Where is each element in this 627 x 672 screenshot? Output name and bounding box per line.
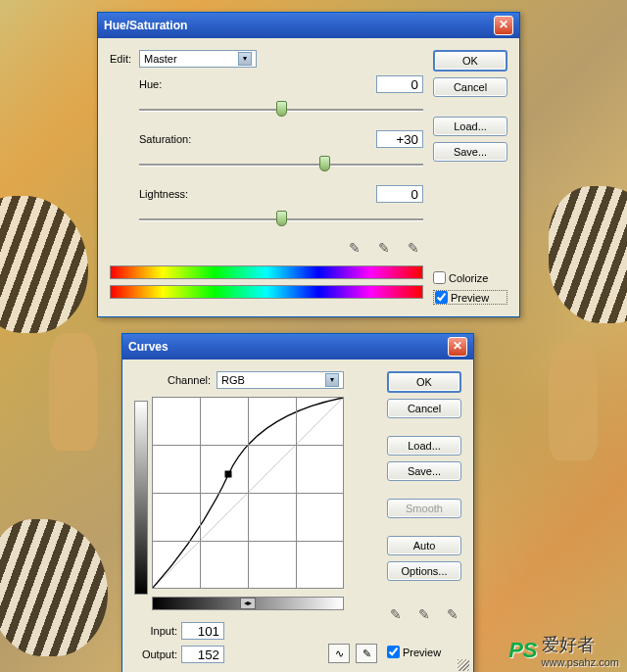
cancel-button[interactable]: Cancel — [387, 399, 461, 418]
hue-input[interactable] — [376, 75, 423, 93]
edit-label: Edit: — [110, 53, 139, 65]
eyedropper-icon[interactable]: ✎ — [345, 240, 364, 260]
spectrum-bottom — [110, 285, 423, 299]
curve-grid[interactable] — [152, 397, 344, 589]
lightness-label: Lightness: — [139, 188, 202, 200]
load-button[interactable]: Load... — [387, 436, 461, 456]
hue-slider[interactable] — [139, 101, 423, 119]
curves-dialog: Curves ✕ Channel: RGB ▾ — [121, 333, 474, 672]
curves-titlebar[interactable]: Curves ✕ — [122, 334, 473, 360]
saturation-slider-thumb[interactable] — [319, 156, 330, 171]
colorize-label: Colorize — [449, 272, 488, 284]
output-field[interactable] — [181, 646, 224, 663]
hue-sat-titlebar[interactable]: Hue/Saturation ✕ — [98, 13, 519, 38]
lightness-input[interactable] — [376, 185, 423, 203]
watermark-logo: PS — [508, 638, 537, 663]
curves-title: Curves — [128, 340, 169, 354]
curve-point[interactable] — [224, 471, 231, 478]
gradient-arrows-icon[interactable]: ◂▸ — [240, 598, 256, 609]
eyedropper-minus-icon[interactable]: ✎ — [404, 240, 423, 260]
saturation-label: Saturation: — [139, 133, 202, 145]
input-label: Input: — [134, 625, 177, 637]
preview-label: Preview — [451, 292, 489, 304]
watermark-text: 爱好者 — [542, 635, 595, 654]
black-point-icon[interactable]: ✎ — [387, 606, 406, 626]
pencil-tool-icon[interactable]: ✎ — [356, 644, 377, 663]
edit-dropdown[interactable]: Master ▾ — [139, 50, 257, 68]
lightness-slider-thumb[interactable] — [276, 211, 287, 226]
close-icon[interactable]: ✕ — [448, 337, 467, 357]
hue-saturation-dialog: Hue/Saturation ✕ Edit: Master ▾ Hue: — [97, 12, 520, 317]
smooth-button: Smooth — [387, 499, 461, 518]
hue-slider-thumb[interactable] — [276, 101, 287, 117]
output-gradient — [134, 401, 148, 595]
eyedropper-plus-icon[interactable]: ✎ — [374, 240, 394, 260]
preview-checkbox-row[interactable]: Preview — [387, 646, 461, 658]
white-point-icon[interactable]: ✎ — [443, 606, 461, 626]
cancel-button[interactable]: Cancel — [433, 77, 507, 97]
chevron-down-icon: ▾ — [325, 373, 339, 387]
curve-line — [153, 398, 343, 588]
hue-sat-title: Hue/Saturation — [104, 19, 187, 32]
input-field[interactable] — [181, 622, 224, 640]
lightness-slider[interactable] — [139, 211, 423, 228]
channel-dropdown[interactable]: RGB ▾ — [217, 371, 344, 389]
curve-tool-icon[interactable]: ∿ — [328, 644, 350, 663]
resize-grip-icon[interactable] — [458, 659, 469, 671]
edit-value: Master — [144, 53, 177, 65]
input-gradient: ◂▸ — [152, 597, 344, 610]
watermark-url: www.psahz.com — [542, 656, 619, 668]
preview-checkbox[interactable] — [435, 291, 448, 304]
load-button[interactable]: Load... — [433, 117, 507, 136]
ok-button[interactable]: OK — [387, 371, 461, 393]
auto-button[interactable]: Auto — [387, 536, 461, 555]
close-icon[interactable]: ✕ — [494, 16, 513, 35]
saturation-slider[interactable] — [139, 156, 423, 173]
saturation-input[interactable] — [376, 130, 423, 148]
channel-value: RGB — [221, 374, 245, 386]
chevron-down-icon: ▾ — [238, 52, 252, 66]
colorize-checkbox[interactable] — [433, 271, 446, 284]
ok-button[interactable]: OK — [433, 50, 507, 72]
svg-line-0 — [153, 398, 343, 588]
save-button[interactable]: Save... — [433, 142, 507, 162]
colorize-checkbox-row[interactable]: Colorize — [433, 271, 507, 284]
hue-label: Hue: — [139, 78, 202, 90]
preview-checkbox-row[interactable]: Preview — [433, 290, 507, 305]
output-label: Output: — [134, 648, 177, 660]
gray-point-icon[interactable]: ✎ — [415, 606, 434, 626]
spectrum-top — [110, 265, 423, 279]
preview-label: Preview — [403, 647, 441, 658]
save-button[interactable]: Save... — [387, 461, 461, 481]
preview-checkbox[interactable] — [387, 646, 400, 658]
channel-label: Channel: — [168, 374, 211, 386]
options-button[interactable]: Options... — [387, 561, 461, 581]
watermark: PS 爱好者 www.psahz.com — [508, 633, 619, 668]
